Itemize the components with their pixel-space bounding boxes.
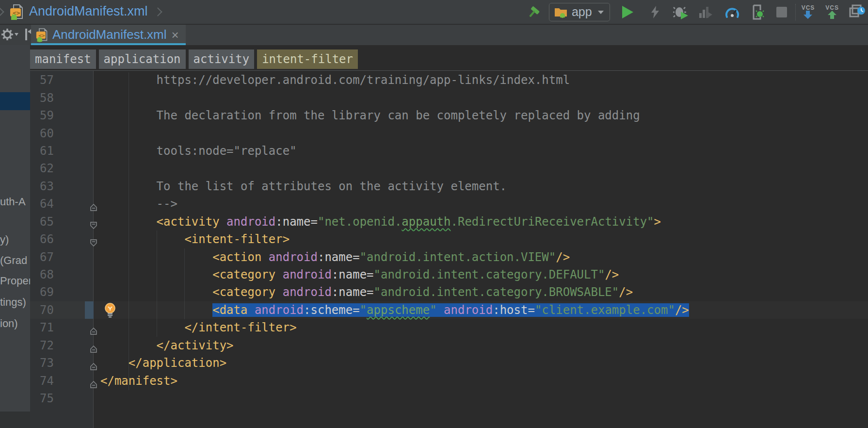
android-module-folder-icon: [554, 6, 568, 18]
breadcrumb-separator: [30, 70, 868, 71]
code-text: <action android:name="android.intent.act…: [94, 250, 570, 264]
navigation-bar: <> AndroidManifest.xml: [0, 0, 868, 24]
code-line-65: 65 <activity android:name="net.openid.ap…: [30, 213, 868, 230]
code-text: To the list of attributes on the activit…: [94, 180, 507, 193]
main-area: uth-Ay)(GradPropertings)ion) manifestapp…: [0, 45, 868, 428]
code-text: tools:node="replace": [94, 144, 297, 158]
line-number: 69: [30, 285, 94, 299]
line-number: 74: [30, 374, 94, 388]
project-panel-footer: [0, 412, 30, 428]
line-number: 64: [30, 197, 94, 211]
tab-androidmanifest[interactable]: <> AndroidManifest.xml ×: [31, 25, 186, 45]
project-tree-item-fragment[interactable]: tings): [0, 296, 26, 309]
tab-label: AndroidManifest.xml: [52, 27, 167, 42]
code-text: -->: [94, 197, 177, 211]
code-text: <category android:name="android.intent.c…: [94, 285, 633, 299]
code-text: <category android:name="android.intent.c…: [94, 268, 619, 281]
code-line-74: 74</manifest>: [30, 372, 868, 389]
fold-marker-icon[interactable]: [90, 200, 97, 208]
breadcrumb-chevron-icon: [0, 7, 4, 16]
code-line-59: 59 The declaration from the library can …: [30, 107, 868, 124]
code-text: <data android:scheme="appscheme" android…: [94, 303, 689, 317]
code-line-67: 67 <action android:name="android.intent.…: [30, 248, 868, 265]
line-number: 70: [30, 303, 94, 317]
run-configuration-name: app: [572, 5, 592, 19]
line-number: 60: [30, 127, 94, 140]
code-text: <intent-filter>: [94, 232, 289, 246]
fold-marker-icon[interactable]: [90, 236, 97, 243]
code-line-63: 63 To the list of attributes on the acti…: [30, 178, 868, 195]
sync-history-icon[interactable]: [849, 4, 866, 20]
vcs-commit-button[interactable]: VCS: [825, 1, 839, 23]
selected-code: <data android:scheme="appscheme" android…: [212, 303, 689, 317]
editor-tab-strip: <> AndroidManifest.xml ×: [0, 25, 868, 45]
code-text: </application>: [94, 356, 226, 370]
fold-marker-icon[interactable]: [90, 218, 97, 226]
line-number: 71: [30, 321, 94, 334]
breadcrumb-file-name[interactable]: AndroidManifest.xml: [29, 4, 148, 19]
profiler-gauge-icon[interactable]: [724, 5, 740, 19]
caret-line-gutter-marker: [85, 301, 94, 319]
build-hammer-icon[interactable]: [528, 5, 542, 19]
chevron-down-icon: [597, 10, 605, 15]
fold-marker-icon[interactable]: [90, 378, 97, 385]
code-line-57: 57 https://developer.android.com/trainin…: [30, 71, 868, 89]
breadcrumb-item-manifest[interactable]: manifest: [30, 49, 96, 69]
code-text: </manifest>: [94, 374, 177, 388]
line-number: 72: [30, 339, 94, 352]
line-number: 66: [30, 232, 94, 246]
line-number: 63: [30, 180, 94, 193]
project-tree-item-fragment[interactable]: ion): [0, 317, 18, 330]
toolbar-separator: [795, 4, 796, 20]
breadcrumb-item-application[interactable]: application: [99, 49, 186, 69]
tab-close-icon[interactable]: ×: [172, 30, 179, 40]
code-line-68: 68 <category android:name="android.inten…: [30, 266, 868, 283]
project-tree-selected-row[interactable]: [0, 92, 30, 110]
project-tree-item-fragment[interactable]: Proper: [0, 275, 30, 287]
code-line-62: 62: [30, 160, 868, 177]
project-panel-sliver: uth-Ay)(GradPropertings)ion): [0, 45, 30, 412]
code-line-70: 70 <data android:scheme="appscheme" andr…: [30, 301, 868, 319]
run-configuration-select[interactable]: app: [549, 3, 610, 21]
line-number: 75: [30, 392, 94, 405]
run-button[interactable]: [621, 5, 634, 19]
breadcrumb-item-intent-filter[interactable]: intent-filter: [257, 49, 358, 69]
intention-bulb-icon[interactable]: [104, 302, 116, 318]
line-number: 59: [30, 109, 94, 122]
code-text: The declaration from the library can be …: [94, 109, 640, 122]
code-text: https://developer.android.com/training/a…: [94, 73, 570, 87]
code-line-64: 64 -->: [30, 195, 868, 213]
project-tree-item-fragment[interactable]: uth-A: [0, 196, 26, 208]
line-number: 65: [30, 215, 94, 229]
line-number: 58: [30, 91, 94, 105]
apply-changes-lightning-icon[interactable]: [650, 5, 660, 19]
arrow-up-icon: [827, 11, 837, 19]
code-editor[interactable]: 57 https://developer.android.com/trainin…: [30, 70, 868, 428]
fold-marker-icon[interactable]: [90, 324, 97, 331]
project-tree-item-fragment[interactable]: y): [0, 233, 9, 246]
android-manifest-file-icon: <>: [36, 28, 48, 42]
code-line-69: 69 <category android:name="android.inten…: [30, 283, 868, 301]
project-tree-item-fragment[interactable]: (Grad: [0, 254, 27, 267]
line-number: 61: [30, 144, 94, 158]
code-text: </intent-filter>: [94, 321, 297, 334]
attach-debugger-device-icon[interactable]: [751, 4, 764, 20]
profile-app-bars-icon[interactable]: [698, 5, 713, 19]
line-number: 67: [30, 250, 94, 264]
fold-marker-icon[interactable]: [90, 360, 97, 367]
panel-settings-gear-icon[interactable]: [1, 28, 18, 41]
vcs-update-button[interactable]: VCS: [802, 1, 815, 23]
code-line-61: 61 tools:node="replace": [30, 142, 868, 160]
code-line-60: 60: [30, 124, 868, 142]
stop-button[interactable]: [776, 6, 788, 18]
arrow-down-icon: [803, 11, 813, 19]
breadcrumb-item-activity[interactable]: activity: [189, 49, 255, 69]
line-number: 68: [30, 268, 94, 281]
line-number: 62: [30, 162, 94, 175]
fold-marker-icon[interactable]: [90, 342, 97, 349]
line-number: 57: [30, 73, 94, 87]
code-line-71: 71 </intent-filter>: [30, 319, 868, 336]
code-line-66: 66 <intent-filter>: [30, 230, 868, 248]
code-line-58: 58: [30, 89, 868, 106]
debug-button[interactable]: [673, 5, 689, 19]
